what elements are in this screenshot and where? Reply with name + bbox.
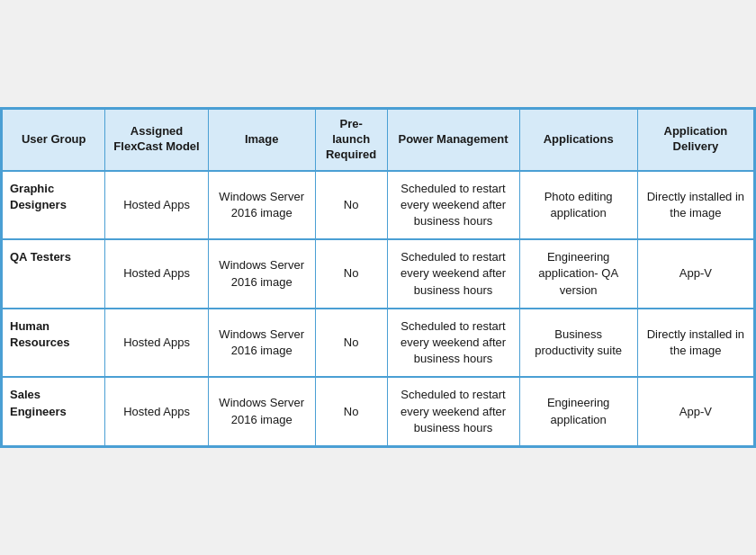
- cell-power-0: Scheduled to restart every weekend after…: [387, 171, 519, 240]
- header-power: Power Management: [387, 110, 519, 171]
- cell-power-1: Scheduled to restart every weekend after…: [387, 239, 519, 309]
- data-table: User Group Assigned FlexCast Model Image…: [2, 109, 754, 446]
- cell-prelaunch-2: No: [315, 309, 387, 378]
- cell-flexcast-1: Hosted Apps: [105, 239, 208, 309]
- header-flexcast: Assigned FlexCast Model: [105, 110, 208, 171]
- cell-applications-0: Photo editing application: [519, 171, 637, 240]
- cell-applications-3: Engineering application: [519, 377, 637, 445]
- header-row: User Group Assigned FlexCast Model Image…: [3, 110, 754, 171]
- cell-user-group-2: Human Resources: [3, 309, 105, 378]
- cell-user-group-3: Sales Engineers: [3, 377, 105, 445]
- cell-applications-2: Business productivity suite: [519, 309, 637, 378]
- cell-image-1: Windows Server 2016 image: [208, 239, 315, 309]
- header-user-group: User Group: [3, 110, 105, 171]
- cell-prelaunch-3: No: [315, 377, 387, 445]
- header-prelaunch: Pre-launch Required: [315, 110, 387, 171]
- table-row: Sales Engineers Hosted Apps Windows Serv…: [3, 377, 754, 445]
- cell-image-2: Windows Server 2016 image: [208, 309, 315, 378]
- cell-user-group-1: QA Testers: [3, 239, 105, 309]
- table-row: QA Testers Hosted Apps Windows Server 20…: [3, 239, 754, 309]
- cell-applications-1: Engineering application- QA version: [519, 239, 637, 309]
- header-applications: Applications: [519, 110, 637, 171]
- cell-flexcast-0: Hosted Apps: [105, 171, 208, 240]
- cell-prelaunch-0: No: [315, 171, 387, 240]
- cell-delivery-1: App-V: [637, 239, 753, 309]
- header-image: Image: [208, 110, 315, 171]
- cell-delivery-0: Directly installed in the image: [637, 171, 753, 240]
- cell-flexcast-3: Hosted Apps: [105, 377, 208, 445]
- cell-power-2: Scheduled to restart every weekend after…: [387, 309, 519, 378]
- cell-power-3: Scheduled to restart every weekend after…: [387, 377, 519, 445]
- cell-image-0: Windows Server 2016 image: [208, 171, 315, 240]
- table-row: Human Resources Hosted Apps Windows Serv…: [3, 309, 754, 378]
- cell-delivery-3: App-V: [637, 377, 753, 445]
- header-delivery: Application Delivery: [637, 110, 753, 171]
- cell-user-group-0: Graphic Designers: [3, 171, 105, 240]
- cell-prelaunch-1: No: [315, 239, 387, 309]
- cell-image-3: Windows Server 2016 image: [208, 377, 315, 445]
- cell-delivery-2: Directly installed in the image: [637, 309, 753, 378]
- table-row: Graphic Designers Hosted Apps Windows Se…: [3, 171, 754, 240]
- cell-flexcast-2: Hosted Apps: [105, 309, 208, 378]
- main-table-container: User Group Assigned FlexCast Model Image…: [0, 107, 756, 448]
